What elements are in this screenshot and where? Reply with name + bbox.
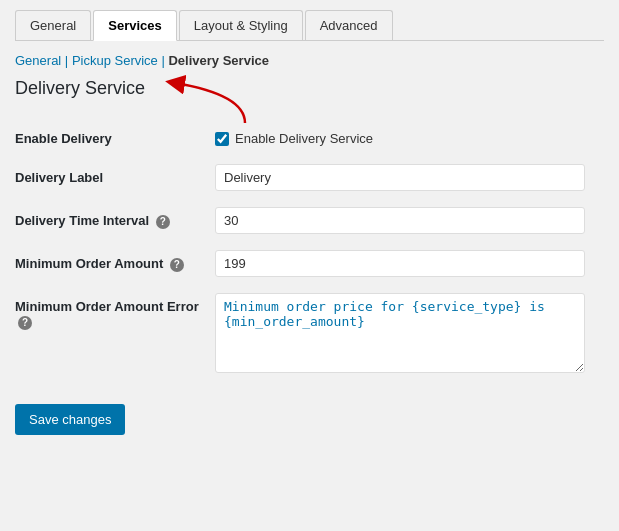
breadcrumb-general-link[interactable]: General bbox=[15, 53, 61, 68]
field-row-delivery-label: Delivery Label bbox=[15, 156, 604, 199]
minimum-order-amount-error-textarea[interactable]: Minimum order price for {service_type} i… bbox=[215, 293, 585, 373]
save-changes-button[interactable]: Save changes bbox=[15, 404, 125, 435]
delivery-time-interval-help-icon[interactable]: ? bbox=[156, 215, 170, 229]
tab-services[interactable]: Services bbox=[93, 10, 177, 41]
field-label-delivery-label: Delivery Label bbox=[15, 156, 215, 199]
field-row-minimum-order-amount-error: Minimum Order Amount Error ? Minimum ord… bbox=[15, 285, 604, 384]
content-area: General | Pickup Service | Delivery Serv… bbox=[15, 53, 604, 455]
enable-delivery-checkbox-label: Enable Delivery Service bbox=[235, 131, 373, 146]
field-row-minimum-order-amount: Minimum Order Amount ? bbox=[15, 242, 604, 285]
field-label-delivery-time-interval: Delivery Time Interval ? bbox=[15, 199, 215, 242]
breadcrumb-sep1: | bbox=[61, 53, 68, 68]
tab-advanced[interactable]: Advanced bbox=[305, 10, 393, 40]
breadcrumb-pickup-link[interactable]: Pickup Service bbox=[72, 53, 158, 68]
breadcrumb-sep2: | bbox=[158, 53, 165, 68]
field-label-enable-delivery: Enable Delivery bbox=[15, 117, 215, 156]
form-table: Enable Delivery Enable Delivery Service … bbox=[15, 117, 604, 384]
field-row-enable-delivery: Enable Delivery Enable Delivery Service bbox=[15, 117, 604, 156]
minimum-order-amount-help-icon[interactable]: ? bbox=[170, 258, 184, 272]
enable-delivery-checkbox[interactable] bbox=[215, 132, 229, 146]
field-label-minimum-order-amount-error: Minimum Order Amount Error ? bbox=[15, 285, 215, 384]
field-row-delivery-time-interval: Delivery Time Interval ? bbox=[15, 199, 604, 242]
tab-layout-styling[interactable]: Layout & Styling bbox=[179, 10, 303, 40]
checkbox-row-enable-delivery: Enable Delivery Service bbox=[215, 125, 604, 146]
minimum-order-amount-error-help-icon[interactable]: ? bbox=[18, 316, 32, 330]
delivery-time-interval-input[interactable] bbox=[215, 207, 585, 234]
tab-general[interactable]: General bbox=[15, 10, 91, 40]
tab-bar: General Services Layout & Styling Advanc… bbox=[15, 10, 604, 41]
breadcrumb-current: Delivery Service bbox=[168, 53, 268, 68]
minimum-order-amount-input[interactable] bbox=[215, 250, 585, 277]
section-title: Delivery Service bbox=[15, 78, 604, 99]
delivery-label-input[interactable] bbox=[215, 164, 585, 191]
field-label-minimum-order-amount: Minimum Order Amount ? bbox=[15, 242, 215, 285]
breadcrumb: General | Pickup Service | Delivery Serv… bbox=[15, 53, 604, 68]
